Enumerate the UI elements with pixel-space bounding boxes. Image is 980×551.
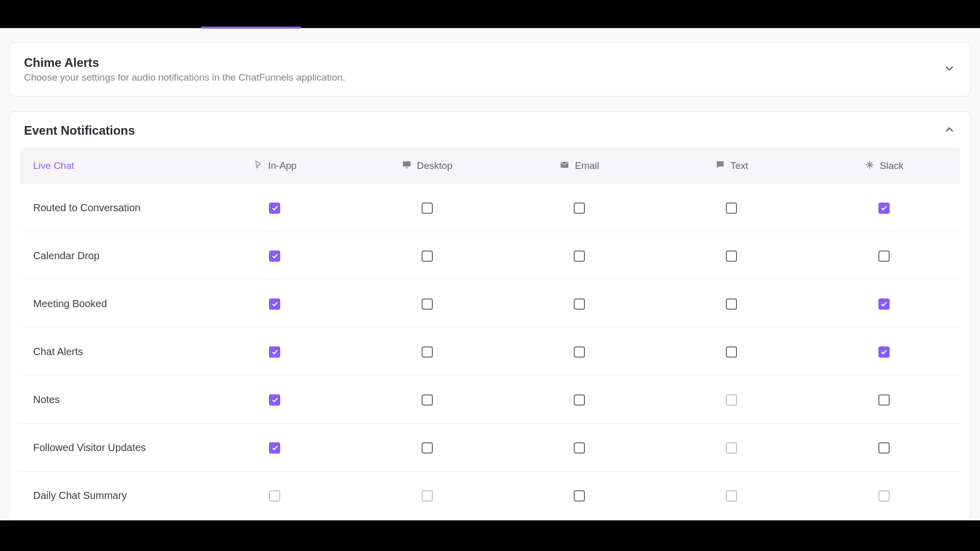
checkbox-cell [199,442,351,454]
checkbox-desktop[interactable] [422,251,433,262]
checkbox-cell [655,346,807,358]
checkbox-cell [351,251,503,262]
row-label: Routed to Conversation [20,202,199,214]
checkbox-cell [808,442,960,454]
checkbox-slack [878,490,890,502]
checkbox-cell [808,490,960,502]
checkbox-email[interactable] [574,442,585,454]
checkbox-email[interactable] [574,203,585,214]
checkbox-slack[interactable] [878,442,890,454]
column-head-label: Slack [880,160,903,171]
checkbox-cell [351,442,503,454]
checkbox-cell [808,394,960,406]
checkbox-desktop[interactable] [422,203,433,214]
checkbox-cell [808,298,960,310]
checkbox-cell [503,490,655,502]
checkbox-cell [503,394,655,406]
checkbox-cell [655,394,807,406]
svg-rect-1 [405,167,408,168]
checkbox-cell [655,203,807,214]
checkbox-slack[interactable] [878,346,890,358]
checkbox-desktop[interactable] [422,394,433,406]
checkbox-cell [808,346,960,358]
checkbox-text [726,442,737,454]
checkbox-cell [199,490,351,502]
checkbox-inapp[interactable] [269,298,280,310]
top-divider [0,29,980,29]
email-icon [559,160,570,172]
checkbox-inapp[interactable] [269,442,280,454]
slack-icon [865,160,875,172]
checkbox-cell [199,203,351,214]
table-row: Notes [20,376,960,424]
section-label-live-chat: Live Chat [20,160,199,171]
checkbox-text[interactable] [726,346,737,358]
checkbox-text[interactable] [726,203,737,214]
checkbox-slack[interactable] [878,203,890,214]
checkbox-text[interactable] [726,298,737,310]
checkbox-inapp[interactable] [269,394,280,406]
checkbox-cell [808,251,960,262]
row-label: Followed Visitor Updates [20,442,199,454]
checkbox-cell [351,298,503,310]
checkbox-inapp [269,490,280,502]
column-head-label: In-App [268,160,297,171]
svg-rect-0 [403,161,410,166]
checkbox-desktop [422,490,433,502]
checkbox-inapp[interactable] [269,346,280,358]
table-row: Calendar Drop [20,232,960,280]
monitor-icon [402,160,412,172]
checkbox-email[interactable] [574,490,585,502]
checkbox-inapp[interactable] [269,251,280,262]
checkbox-desktop[interactable] [422,442,433,454]
checkbox-cell [199,251,351,262]
checkbox-email[interactable] [574,394,585,406]
column-head-email: Email [503,160,655,172]
chevron-up-icon[interactable] [943,123,956,138]
checkbox-inapp[interactable] [269,203,280,214]
cursor-icon [253,160,263,172]
event-notifications-card: Event Notifications Live Chat In-App [9,111,971,520]
checkbox-slack[interactable] [878,251,890,262]
row-label: Notes [20,394,199,406]
checkbox-text [726,490,737,502]
notifications-table-body: Routed to ConversationCalendar DropMeeti… [20,184,960,520]
column-head-text: Text [655,160,807,172]
checkbox-email[interactable] [574,298,585,310]
column-head-label: Email [575,160,599,171]
checkbox-cell [503,346,655,358]
chime-alerts-card[interactable]: Chime Alerts Choose your settings for au… [9,42,971,96]
table-row: Routed to Conversation [20,184,960,232]
checkbox-cell [351,394,503,406]
row-label: Daily Chat Summary [20,490,199,502]
column-head-label: Text [730,160,748,171]
checkbox-cell [655,442,807,454]
column-head-inapp: In-App [199,160,351,172]
chime-alerts-title: Chime Alerts [24,56,346,70]
chevron-down-icon[interactable] [943,62,956,77]
checkbox-slack[interactable] [878,394,890,406]
event-notifications-title: Event Notifications [24,123,135,138]
checkbox-cell [808,203,960,214]
checkbox-cell [655,251,807,262]
checkbox-slack[interactable] [878,298,890,310]
column-head-label: Desktop [417,160,453,171]
checkbox-cell [199,298,351,310]
checkbox-desktop[interactable] [422,298,433,310]
checkbox-cell [351,490,503,502]
row-label: Calendar Drop [20,250,199,262]
checkbox-cell [503,251,655,262]
checkbox-email[interactable] [574,346,585,358]
checkbox-desktop[interactable] [422,346,433,358]
checkbox-email[interactable] [574,251,585,262]
checkbox-cell [503,203,655,214]
checkbox-cell [655,298,807,310]
checkbox-cell [199,346,351,358]
column-head-slack: Slack [808,160,960,172]
checkbox-cell [655,490,807,502]
row-label: Chat Alerts [20,346,199,358]
table-row: Followed Visitor Updates [20,424,960,472]
checkbox-cell [503,298,655,310]
checkbox-cell [199,394,351,406]
checkbox-text[interactable] [726,251,737,262]
